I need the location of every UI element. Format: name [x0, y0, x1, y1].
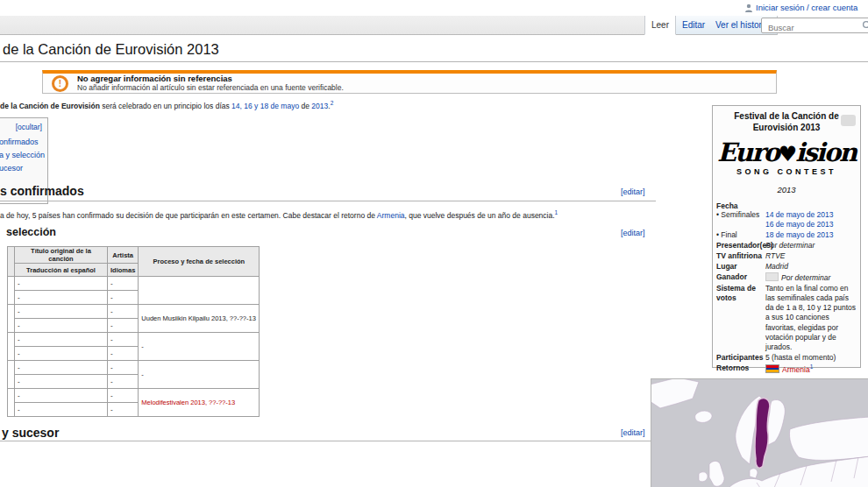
toc-item-seleccion[interactable]: a y selección: [0, 149, 45, 162]
search-icon[interactable]: [862, 20, 868, 31]
armenia-return-link[interactable]: Armenia: [782, 365, 810, 374]
toc-item-confirmados[interactable]: onfirmados: [0, 136, 45, 149]
voting-value: Tanto en la final como en las semifinale…: [765, 284, 857, 351]
warning-icon: !: [52, 75, 68, 92]
login-link[interactable]: Iniciar sesión / crear cuenta: [756, 3, 857, 12]
search-input[interactable]: [766, 21, 857, 35]
semifinal2-date-link[interactable]: 16 de mayo de 2013: [765, 220, 834, 229]
col-header-title: Título original de la canción: [15, 247, 108, 264]
infobox-corner-badge: [841, 115, 856, 126]
warning-title: No agregar información sin referencias: [77, 74, 344, 84]
section-heading-sucesor: y sucesor: [2, 426, 59, 440]
col-header-translation: Traducción al español: [15, 264, 108, 277]
winner-label: Ganador: [716, 272, 765, 283]
reference-warning-box: ! No agregar información sin referencias…: [42, 70, 777, 94]
reference-2[interactable]: 2: [331, 100, 334, 106]
toc-hide-toggle[interactable]: [ocultar]: [16, 123, 42, 131]
lead-paragraph: de la Canción de Eurovisión será celebra…: [0, 100, 658, 110]
tbd-flag-placeholder: [765, 272, 779, 281]
eurovision-logo: Euro♥ision SONG CONTEST: [713, 140, 860, 176]
winner-value: Por determinar: [781, 273, 830, 282]
tab-read[interactable]: Leer: [644, 16, 676, 35]
tv-value: RTVE: [765, 251, 857, 261]
final-label: • Final: [716, 230, 765, 240]
edit-section-sucesor[interactable]: [editar]: [621, 428, 645, 437]
final-date-link[interactable]: 18 de mayo de 2013: [765, 230, 834, 239]
edit-section-confirmados[interactable]: [editar]: [621, 187, 645, 196]
melodifestivalen-cell[interactable]: Melodifestivalen 2013, ??-??-13: [139, 389, 260, 417]
heart-icon: ♥: [779, 141, 796, 166]
returns-reference[interactable]: 1: [810, 363, 814, 370]
map-ireland: [699, 472, 708, 482]
section-divider: [0, 201, 656, 201]
personal-bar: Iniciar sesión / crear cuenta: [744, 3, 857, 12]
year-link[interactable]: 2013: [311, 102, 328, 110]
table-row: - -: [8, 277, 260, 291]
infobox-title: Festival de la Canción de Eurovisión 201…: [725, 111, 848, 133]
title-divider: [0, 61, 868, 62]
table-row: - - -: [8, 361, 260, 375]
returns-label: Retornos: [716, 363, 765, 375]
page-title: de la Canción de Eurovisión 2013: [3, 41, 219, 58]
semifinal1-date-link[interactable]: 14 de mayo de 2013: [765, 210, 834, 219]
section-heading-confirmados: s confirmados: [0, 184, 84, 198]
lead-bold-title: de la Canción de Eurovisión: [0, 102, 100, 110]
table-row: - - -: [8, 333, 260, 347]
header-tab-band: Leer Editar Ver el historial: [0, 16, 868, 35]
location-map: [651, 378, 868, 487]
participants-label: Participantes: [716, 353, 765, 363]
section-divider: [0, 441, 656, 441]
wikipedia-page: Iniciar sesión / crear cuenta Leer Edita…: [0, 0, 868, 487]
uuden-musiikin-cell: Uuden Musiikin Kilpailu 2013, ??-??-13: [139, 305, 260, 333]
participants-value: 5 (hasta el momento): [765, 353, 857, 363]
dates-link[interactable]: 14, 16 y 18 de mayo: [231, 102, 299, 110]
user-icon: [744, 4, 753, 12]
venue-label: Lugar: [716, 262, 765, 272]
song-contest-label: SONG CONTEST: [713, 168, 860, 176]
presenters-value: Por determinar: [765, 241, 857, 251]
table-row: - - Uuden Musiikin Kilpailu 2013, ??-??-…: [8, 305, 260, 319]
map-denmark: [750, 469, 758, 478]
armenia-flag-icon: [765, 364, 779, 373]
selection-table: Título original de la canción Artista Pr…: [7, 246, 260, 417]
tab-edit[interactable]: Editar: [676, 16, 712, 35]
subsection-heading-seleccion: selección: [6, 226, 56, 238]
col-header-languages: Idiomas: [108, 264, 139, 277]
infobox-year: 2013: [713, 185, 860, 194]
confirmed-paragraph: a de hoy, 5 países han confirmado su dec…: [0, 209, 656, 220]
fecha-label: Fecha: [716, 201, 857, 210]
table-row: - - Melodifestivalen 2013, ??-??-13: [8, 389, 260, 403]
edit-section-seleccion[interactable]: [editar]: [621, 229, 645, 237]
semifinals-label: • Semifinales: [716, 210, 765, 229]
voting-label: Sistema de votos: [716, 284, 765, 351]
presenters-label: Presentador(es): [716, 241, 765, 251]
tv-label: TV anfitriona: [716, 251, 765, 261]
reference-1[interactable]: 1: [555, 209, 559, 215]
col-header-process: Proceso y fecha de selección: [139, 247, 260, 277]
tab-band-fill: [0, 16, 646, 35]
warning-body: No añadir información al artículo sin es…: [77, 84, 344, 93]
toc-item-sucesor[interactable]: ucesor: [0, 162, 45, 175]
armenia-link[interactable]: Armenia: [377, 211, 405, 220]
col-header-artist: Artista: [108, 247, 139, 264]
infobox: Festival de la Canción de Eurovisión 201…: [712, 105, 861, 368]
search-box[interactable]: [761, 18, 868, 33]
venue-value: Madrid: [765, 262, 857, 272]
country-column-header: [8, 247, 15, 277]
